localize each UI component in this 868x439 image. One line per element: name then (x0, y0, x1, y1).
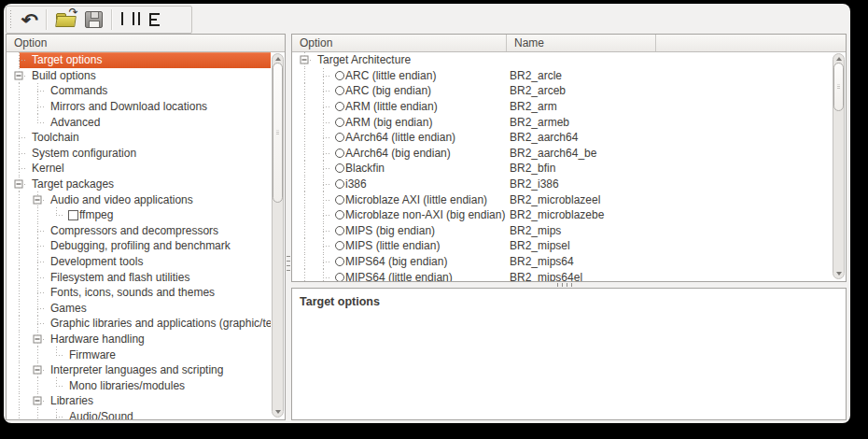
tree-item-arc-little-endian[interactable]: ARC (little endian)BR2_arcle (292, 68, 832, 84)
collapse-expander-icon[interactable] (301, 56, 309, 64)
tree-junction-line (311, 191, 329, 207)
radio-icon[interactable] (335, 102, 344, 111)
tree-item-target-architecture[interactable]: Target Architecture (292, 52, 832, 68)
collapse-expander-icon[interactable] (34, 195, 42, 204)
tree-item-aarch64-little-endian[interactable]: AArch64 (little endian)BR2_aarch64 (292, 130, 832, 146)
radio-icon[interactable] (335, 257, 344, 266)
tree-item-blackfin[interactable]: BlackfinBR2_bfin (292, 161, 832, 177)
tree-item-label: i386 (345, 177, 367, 191)
tree-item-microblaze-non-axi-big-endian[interactable]: Microblaze non-AXI (big endian)BR2_micro… (292, 207, 832, 223)
tree-item-target-packages[interactable]: Target packages (7, 177, 271, 192)
radio-icon[interactable] (335, 195, 344, 205)
tree-item-arm-big-endian[interactable]: ARM (big endian)BR2_armeb (292, 114, 832, 130)
tree-item-hardware-handling[interactable]: Hardware handling (7, 332, 271, 347)
tree-item-mips-little-endian[interactable]: MIPS (little endian)BR2_mipsel (292, 238, 832, 254)
right-scrollbar[interactable] (833, 53, 845, 279)
left-scrollbar-thumb[interactable] (273, 63, 283, 203)
radio-icon[interactable] (335, 71, 344, 80)
scroll-up-icon[interactable] (836, 57, 842, 61)
tree-guide-line (7, 316, 25, 332)
tree-item-arm-little-endian[interactable]: ARM (little endian)BR2_arm (292, 99, 832, 115)
tree-item-graphic-libraries-and-applications-graphic[interactable]: Graphic libraries and applications (grap… (7, 316, 271, 332)
tree-item-fonts-icons-sounds-and-themes[interactable]: Fonts, icons, sounds and themes (7, 285, 271, 301)
tree-item-toolchain[interactable]: Toolchain (7, 130, 271, 146)
tree-junction-line (25, 83, 44, 99)
scroll-down-icon[interactable] (275, 410, 281, 414)
tree-item-aarch64-big-endian[interactable]: AArch64 (big endian)BR2_aarch64_be (292, 146, 832, 162)
tree-item-advanced[interactable]: Advanced (7, 114, 271, 130)
tree-item-label: ffmpeg (79, 208, 113, 221)
tree-item-label: Fonts, icons, sounds and themes (50, 286, 215, 299)
radio-icon[interactable] (335, 273, 344, 281)
radio-icon[interactable] (335, 241, 344, 250)
tree-item-system-configuration[interactable]: System configuration (7, 146, 271, 162)
scroll-down-icon[interactable] (836, 272, 842, 276)
collapse-expander-icon[interactable] (15, 180, 23, 189)
tree-item-debugging-profiling-and-benchmark[interactable]: Debugging, profiling and benchmark (7, 238, 271, 254)
tree-item-ffmpeg[interactable]: ffmpeg (7, 207, 271, 223)
tree-junction-line (292, 52, 311, 68)
save-button[interactable] (81, 7, 106, 32)
radio-icon[interactable] (335, 149, 344, 158)
right-scrollbar-thumb[interactable] (833, 63, 844, 111)
radio-icon[interactable] (335, 86, 344, 95)
full-view-button[interactable] (146, 7, 166, 32)
tree-item-build-options[interactable]: Build options (7, 68, 271, 84)
radio-icon[interactable] (335, 133, 344, 142)
collapse-expander-icon[interactable] (34, 334, 42, 343)
tree-item-label: Commands (50, 84, 107, 97)
tree-item-label: Hardware handling (50, 333, 145, 346)
tree-item-mips64-little-endian[interactable]: MIPS64 (little endian)BR2_mips64el (292, 269, 832, 281)
tree-item-target-options[interactable]: Target options (7, 52, 271, 68)
open-button[interactable]: ↷ (52, 7, 79, 32)
toolbar-grip[interactable] (9, 10, 13, 29)
radio-icon[interactable] (335, 179, 344, 189)
tree-junction-line (44, 409, 63, 419)
tree-item-commands[interactable]: Commands (7, 83, 271, 99)
tree-junction-line (25, 316, 44, 332)
tree-guide-line (292, 177, 311, 192)
tree-item-audio-and-video-applications[interactable]: Audio and video applications (7, 191, 271, 207)
tree-item-games[interactable]: Games (7, 301, 271, 317)
tree-item-mono-libraries-modules[interactable]: Mono libraries/modules (7, 377, 271, 393)
tree-guide-line (7, 191, 25, 207)
tree-item-kernel[interactable]: Kernel (7, 161, 271, 177)
split-view-button[interactable] (129, 7, 144, 32)
collapse-expander-icon[interactable] (15, 71, 23, 79)
radio-icon[interactable] (335, 118, 344, 127)
tree-guide-line (292, 207, 311, 223)
tree-junction-line (311, 99, 329, 115)
tree-item-audio-sound[interactable]: Audio/Sound (7, 409, 271, 419)
tree-guide-line (292, 269, 311, 281)
collapse-expander-icon[interactable] (34, 366, 42, 375)
tree-item-mips-big-endian[interactable]: MIPS (big endian)BR2_mips (292, 223, 832, 239)
open-folder-icon: ↷ (56, 12, 76, 27)
checkbox-icon[interactable] (68, 210, 78, 220)
option-list: Target ArchitectureARC (little endian)BR… (292, 52, 832, 281)
radio-icon[interactable] (335, 163, 344, 173)
tree-item-libraries[interactable]: Libraries (7, 393, 271, 409)
tree-item-microblaze-axi-little-endian[interactable]: Microblaze AXI (little endian)BR2_microb… (292, 191, 832, 207)
tree-item-compressors-and-decompressors[interactable]: Compressors and decompressors (7, 223, 271, 239)
tree-item-mirrors-and-download-locations[interactable]: Mirrors and Download locations (7, 99, 271, 115)
undo-button[interactable]: ↶ (19, 7, 41, 32)
single-view-button[interactable] (118, 7, 127, 32)
tree-item-interpreter-languages-and-scripting[interactable]: Interpreter languages and scripting (7, 362, 271, 378)
tree-item-label: Microblaze AXI (little endian) (345, 193, 487, 206)
tree-item-label: AArch64 (big endian) (345, 147, 451, 160)
radio-icon[interactable] (335, 226, 344, 235)
tree-item-development-tools[interactable]: Development tools (7, 254, 271, 270)
tree-item-i386[interactable]: i386BR2_i386 (292, 177, 832, 192)
tree-item-firmware[interactable]: Firmware (7, 347, 271, 362)
tree-junction-line (25, 332, 44, 347)
radio-icon[interactable] (335, 210, 344, 220)
left-scrollbar[interactable] (272, 53, 284, 418)
tree-guide-line (25, 377, 44, 393)
tree-item-arc-big-endian[interactable]: ARC (big endian)BR2_arceb (292, 83, 832, 99)
tree-item-mips64-big-endian[interactable]: MIPS64 (big endian)BR2_mips64 (292, 254, 832, 270)
tree-item-label: Mirrors and Download locations (50, 100, 207, 113)
scroll-up-icon[interactable] (275, 57, 281, 61)
collapse-expander-icon[interactable] (34, 397, 42, 405)
tree-item-filesystem-and-flash-utilities[interactable]: Filesystem and flash utilities (7, 269, 271, 285)
tree-item-label: Advanced (50, 116, 100, 129)
